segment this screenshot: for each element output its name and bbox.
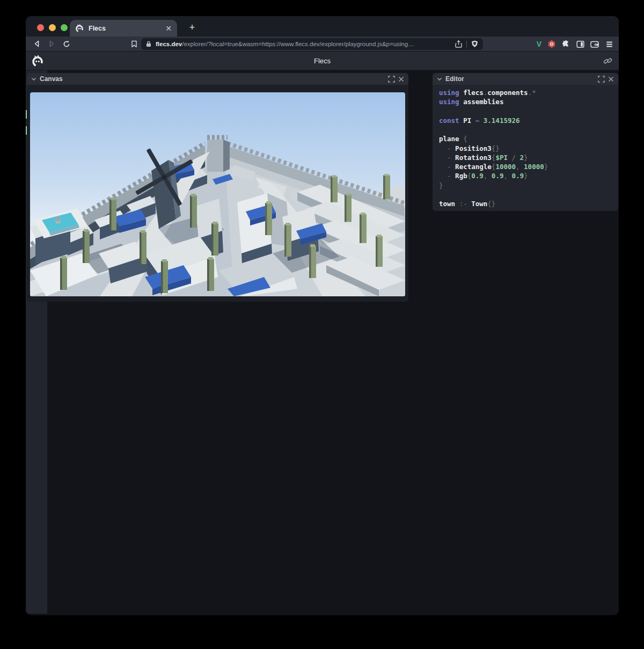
editor-body[interactable]: using flecs.components.*using assemblies… bbox=[433, 85, 618, 211]
tab-close-icon[interactable]: ✕ bbox=[165, 25, 172, 32]
forward-icon bbox=[48, 40, 55, 47]
canvas-panel-header[interactable]: Canvas bbox=[27, 73, 408, 85]
fullscreen-icon[interactable] bbox=[598, 76, 605, 83]
page-title: Flecs bbox=[26, 52, 619, 70]
close-panel-icon[interactable] bbox=[398, 76, 404, 82]
fullscreen-icon[interactable] bbox=[388, 76, 395, 83]
app-header: Flecs bbox=[26, 52, 619, 70]
close-panel-icon[interactable] bbox=[608, 76, 614, 82]
urlbar-divider bbox=[466, 41, 467, 48]
vue-devtools-icon[interactable]: V bbox=[537, 40, 541, 48]
close-window-button[interactable] bbox=[37, 24, 44, 31]
extension-badge-icon[interactable] bbox=[547, 40, 556, 48]
share-link-icon[interactable] bbox=[603, 56, 612, 65]
reload-icon bbox=[63, 40, 70, 48]
flecs-favicon bbox=[75, 24, 84, 33]
panel-title: Canvas bbox=[40, 75, 385, 83]
wallet-icon[interactable] bbox=[590, 40, 599, 48]
share-icon[interactable] bbox=[455, 40, 462, 48]
bookmarks-button[interactable] bbox=[128, 38, 141, 50]
forward-button[interactable] bbox=[44, 38, 59, 50]
panel-title: Editor bbox=[445, 75, 595, 83]
chevron-down-icon[interactable] bbox=[437, 77, 442, 81]
editor-panel: Editor using flecs.components.*using ass… bbox=[433, 73, 618, 211]
code-editor[interactable]: using flecs.components.*using assemblies… bbox=[439, 88, 613, 208]
reload-button[interactable] bbox=[59, 38, 74, 50]
lock-icon bbox=[146, 41, 151, 47]
minimize-window-button[interactable] bbox=[49, 24, 56, 31]
back-button[interactable] bbox=[29, 38, 44, 50]
canvas-body bbox=[27, 85, 408, 302]
url-text: flecs.dev/explorer/?local=true&wasm=http… bbox=[156, 41, 451, 47]
browser-window: Flecs ✕ + flecs.dev/explorer/?local=tru bbox=[26, 16, 619, 615]
browser-navbar: flecs.dev/explorer/?local=true&wasm=http… bbox=[26, 37, 619, 52]
canvas-3d-scene[interactable] bbox=[30, 92, 405, 296]
bookmark-icon bbox=[131, 40, 137, 48]
tab-title: Flecs bbox=[89, 25, 160, 32]
extensions-puzzle-icon[interactable] bbox=[562, 40, 570, 48]
menu-hamburger-icon[interactable] bbox=[605, 41, 613, 48]
url-bar[interactable]: flecs.dev/explorer/?local=true&wasm=http… bbox=[141, 38, 483, 50]
brave-shield-icon[interactable] bbox=[471, 40, 478, 48]
zoom-window-button[interactable] bbox=[61, 24, 68, 31]
back-icon bbox=[33, 40, 40, 47]
traffic-lights bbox=[37, 24, 68, 31]
town-render bbox=[30, 92, 405, 296]
toolbar-extensions: V bbox=[537, 38, 613, 50]
app-body: Canvas bbox=[26, 70, 619, 615]
chevron-down-icon[interactable] bbox=[31, 77, 36, 81]
canvas-panel: Canvas bbox=[27, 73, 408, 302]
sidebar-toggle-icon[interactable] bbox=[576, 40, 584, 48]
new-tab-button[interactable]: + bbox=[185, 20, 200, 34]
browser-tab-flecs[interactable]: Flecs ✕ bbox=[70, 20, 177, 37]
editor-panel-header[interactable]: Editor bbox=[433, 73, 618, 85]
browser-titlebar: Flecs ✕ + bbox=[26, 16, 619, 37]
